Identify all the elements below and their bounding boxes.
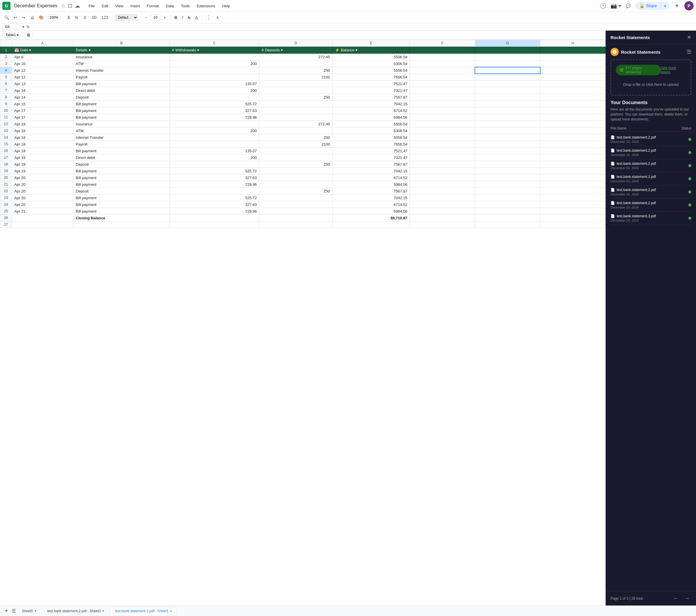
cell-20-b[interactable]: Bill payment (73, 174, 170, 181)
menu-view[interactable]: View (112, 3, 126, 9)
percent-button[interactable]: % (73, 14, 80, 21)
cell-7-f[interactable] (410, 87, 475, 94)
cell-25-f[interactable] (410, 208, 475, 215)
col-header-g[interactable]: G (475, 40, 540, 47)
sheet-menu-button[interactable]: ☰ (12, 608, 16, 614)
menu-insert[interactable]: Insert (127, 3, 143, 9)
cell-7-g[interactable] (475, 87, 540, 94)
cell-25-d[interactable] (259, 208, 333, 215)
tab-statement2-sheet1[interactable]: test.bank.statement.2.pdf - Sheet1 ▾ (110, 607, 176, 615)
cell-9-h[interactable] (540, 101, 605, 107)
row-header-16[interactable]: 16 (0, 147, 12, 154)
cell-9-e[interactable]: 7042.15 (333, 101, 410, 107)
cell-26-h[interactable] (540, 215, 605, 221)
row-header-18[interactable]: 18 (0, 161, 12, 168)
cell-6-g[interactable] (475, 80, 540, 87)
cell-3-b[interactable]: ATM (73, 60, 170, 67)
share-dropdown-button[interactable]: ▾ (661, 2, 669, 10)
menu-file[interactable]: File (86, 3, 98, 9)
cell-19-b[interactable]: Bill payment (73, 168, 170, 174)
font-size-input[interactable] (150, 15, 161, 20)
upload-area[interactable]: 🌿 477 pages remaining Add more pages Dro… (611, 60, 691, 95)
cell-16-g[interactable] (475, 147, 540, 154)
cell-3-c[interactable]: 200 (170, 60, 259, 67)
cell-24-c[interactable]: 327.63 (170, 201, 259, 208)
col-header-b[interactable]: B (73, 40, 170, 47)
cell-23-f[interactable] (410, 194, 475, 201)
cell-15-e[interactable]: 7656.54 (333, 141, 410, 147)
cell-24-a[interactable]: Apr 20 (12, 201, 74, 208)
cell-2-f[interactable] (410, 54, 475, 60)
cell-11-g[interactable] (475, 114, 540, 121)
cell-10-b[interactable]: Bill payment (73, 107, 170, 114)
cell-27-h[interactable] (540, 221, 605, 228)
cell-12-c[interactable] (170, 121, 259, 127)
cell-16-h[interactable] (540, 147, 605, 154)
print-button[interactable]: 🖨 (28, 14, 36, 21)
cell-5-g[interactable] (475, 74, 540, 80)
cell-12-b[interactable]: Insurance (73, 121, 170, 127)
cell-20-g[interactable] (475, 174, 540, 181)
cell-4-e[interactable]: 5556.54 (333, 67, 410, 74)
cell-21-c[interactable]: 729.96 (170, 181, 259, 188)
cell-10-h[interactable] (540, 107, 605, 114)
th-date[interactable]: 📅 Date ▾ (12, 47, 74, 54)
row-header-12[interactable]: 12 (0, 121, 12, 127)
doc-list-item[interactable]: 📄 test.bank.statement.3.pdf December 16,… (611, 212, 691, 225)
cell-18-e[interactable]: 7567.87 (333, 161, 410, 168)
cell-3-f[interactable] (410, 60, 475, 67)
folder-icon[interactable]: ⊡ (68, 3, 72, 9)
cell-21-b[interactable]: Bill payment (73, 181, 170, 188)
col-header-c[interactable]: C (170, 40, 259, 47)
cell-17-g[interactable] (475, 154, 540, 161)
cell-8-e[interactable]: 7567.87 (333, 94, 410, 101)
cell-9-g[interactable] (475, 101, 540, 107)
doc-list-item[interactable]: 📄 test.bank.statement.2.pdf December 16,… (611, 172, 691, 186)
cell-15-b[interactable]: Payroll (73, 141, 170, 147)
th-deposits[interactable]: # Deposits ▾ (259, 47, 333, 54)
cell-23-a[interactable]: Apr 20 (12, 194, 74, 201)
cell-9-a[interactable]: Apr 15 (12, 101, 74, 107)
currency-button[interactable]: $ (66, 14, 72, 21)
cell-17-a[interactable]: Apr 19 (12, 154, 74, 161)
col-header-h[interactable]: H (540, 40, 605, 47)
cell-2-d[interactable]: 272.45 (259, 54, 333, 60)
cell-7-e[interactable]: 7321.47 (333, 87, 410, 94)
user-avatar[interactable]: P (684, 1, 694, 11)
cell-25-h[interactable] (540, 208, 605, 215)
cell-7-a[interactable]: Apr 14 (12, 87, 74, 94)
cell-10-d[interactable] (259, 107, 333, 114)
history-button[interactable]: 🕐 (598, 1, 607, 11)
row-header-21[interactable]: 21 (0, 181, 12, 188)
cell-2-g[interactable] (475, 54, 540, 60)
cell-25-b[interactable]: Bill payment (73, 208, 170, 215)
text-color-button[interactable]: A (193, 14, 200, 21)
cell-23-g[interactable] (475, 194, 540, 201)
cell-22-d[interactable]: 250 (259, 188, 333, 194)
comments-button[interactable]: 💬 (624, 2, 632, 9)
cell-20-h[interactable] (540, 174, 605, 181)
cell-3-g[interactable] (475, 60, 540, 67)
row-header-10[interactable]: 10 (0, 107, 12, 114)
menu-format[interactable]: Format (144, 3, 162, 9)
zoom-display[interactable]: 100% (47, 15, 61, 20)
cell-6-e[interactable]: 7521.47 (333, 80, 410, 87)
cell-27-c[interactable] (170, 221, 259, 228)
cell-4-d[interactable]: 250 (259, 67, 333, 74)
cell-20-a[interactable]: Apr 20 (12, 174, 74, 181)
cell-27-f[interactable] (410, 221, 475, 228)
cell-7-d[interactable] (259, 87, 333, 94)
cell-18-a[interactable]: Apr 19 (12, 161, 74, 168)
menu-extensions[interactable]: Extensions (194, 3, 218, 9)
cell-11-d[interactable] (259, 114, 333, 121)
cell-14-g[interactable] (475, 134, 540, 141)
cell-13-c[interactable]: 200 (170, 127, 259, 134)
menu-help[interactable]: Help (219, 3, 233, 9)
cell-15-c[interactable] (170, 141, 259, 147)
cell-8-a[interactable]: Apr 14 (12, 94, 74, 101)
cell-23-e[interactable]: 7042.15 (333, 194, 410, 201)
cell-15-a[interactable]: Apr 18 (12, 141, 74, 147)
cell-18-h[interactable] (540, 161, 605, 168)
cell-8-c[interactable] (170, 94, 259, 101)
cell-12-g[interactable] (475, 121, 540, 127)
